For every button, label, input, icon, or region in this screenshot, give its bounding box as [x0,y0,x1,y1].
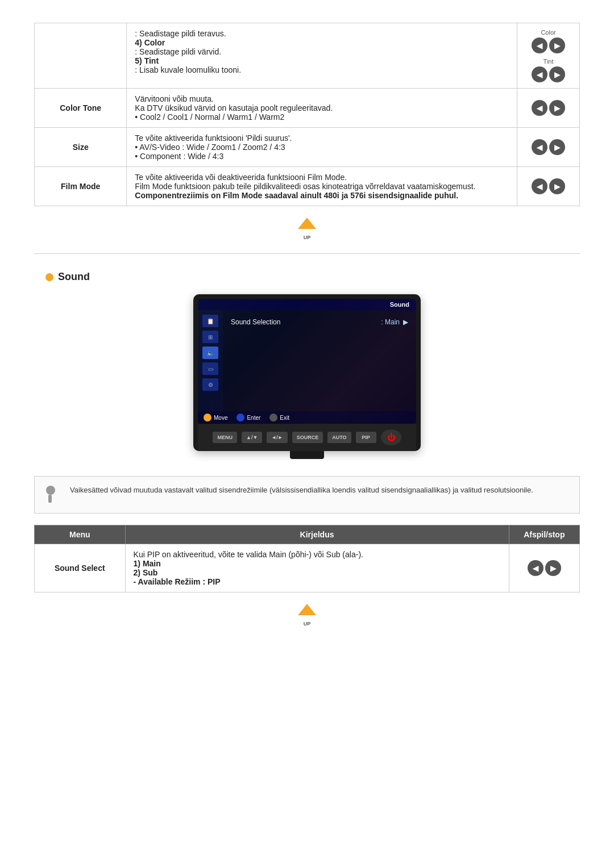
nav-arrows-tint: ◀ ▶ [525,66,571,82]
tv-sidebar-icon-sound: 🔈 [202,347,218,359]
icon-size: ◀ ▶ [517,128,580,167]
move-label: Move [214,415,227,421]
move-icon [204,414,211,422]
tv-sidebar-icon-4: ▭ [202,362,218,375]
color-label: Color [525,29,571,36]
note-box: Vaikesätted võivad muutuda vastavalt val… [34,476,580,514]
arrow-left-sound-select[interactable]: ◀ [528,560,544,576]
nav-arrows-color-tone: ◀ ▶ [525,100,571,116]
row-label-empty [35,23,127,89]
exit-icon [269,414,277,422]
nav-arrows-color: ◀ ▶ [525,37,571,53]
note-icon [43,485,63,505]
tint-label: Tint [525,58,571,65]
desc-film-1: Te võite aktiveerida või deaktiveerida f… [135,173,347,182]
tv-sidebar-icon-2: ⊞ [202,331,218,343]
label-size: Size [35,128,127,167]
sound-section-heading: Sound [45,271,580,283]
tv-control-bar: MENU ▲/▼ ◄/► SOURCE AUTO PIP ⏻ [198,424,416,451]
desc-size-2: • AV/S-Video : Wide / Zoom1 / Zoom2 / 4:… [135,143,285,152]
ctrl-updown[interactable]: ▲/▼ [242,432,262,443]
up-arrow-2 [34,604,580,628]
icon-film-mode: ◀ ▶ [517,167,580,206]
arrow-right-tint[interactable]: ▶ [549,66,565,82]
top-table: : Seadistage pildi teravus. 4) Color : S… [34,23,580,206]
tv-bottom-btn-exit: Exit [269,414,289,422]
enter-icon [237,414,244,422]
desc-bold-tint: 5) Tint [135,56,159,65]
tv-stand [290,451,324,459]
tv-outer-body: Sound 📋 ⊞ 🔈 ▭ ⚙ Sound Selection [193,294,421,451]
up-arrow-1 [34,218,580,242]
tv-menu-overlay: Sound 📋 ⊞ 🔈 ▭ ⚙ Sound Selection [198,299,416,424]
icon-color-tone: ◀ ▶ [517,89,580,128]
desc-line-3: • Cool2 / Cool1 / Normal / Warm1 / Warm2 [135,112,284,122]
ctrl-leftright[interactable]: ◄/► [267,432,287,443]
arrow-left-tint[interactable]: ◀ [532,66,547,82]
arrow-right-film-mode[interactable]: ▶ [549,178,565,194]
desc-bold-color: 4) Color [135,38,165,47]
row-icon-color-tint: Color ◀ ▶ Tint ◀ ▶ [517,23,580,89]
nav-arrows-size: ◀ ▶ [525,139,571,155]
arrow-right-color-tone[interactable]: ▶ [549,100,565,116]
arrow-left-size[interactable]: ◀ [532,139,547,155]
divider-1 [34,253,580,254]
ctrl-source[interactable]: SOURCE [292,432,323,443]
tv-bottom-btn-enter: Enter [237,414,260,422]
desc-sound-sub: 2) Sub [134,568,158,577]
sound-dot-icon [45,273,53,281]
tv-sidebar: 📋 ⊞ 🔈 ▭ ⚙ [198,310,223,411]
header-kirjeldus: Kirjeldus [125,525,509,544]
desc-sound-select: Kui PIP on aktiveeritud, võite te valida… [125,544,509,592]
tv-screen: Sound 📋 ⊞ 🔈 ▭ ⚙ Sound Selection [198,299,416,424]
arrow-right-size[interactable]: ▶ [549,139,565,155]
tv-menu-title: Sound [390,301,409,308]
desc-film-2: Film Mode funktsioon pakub teile pildikv… [135,182,475,191]
table-row-color-tone: Color Tone Värvitooni võib muuta. Ka DTV… [35,89,580,128]
enter-label: Enter [247,415,260,421]
ctrl-auto[interactable]: AUTO [327,432,351,443]
desc-text-2: : Seadistage pildi värvid. [135,47,221,56]
desc-film-mode: Te võite aktiveerida või deaktiveerida f… [127,167,517,206]
arrow-right-sound-select[interactable]: ▶ [545,560,561,576]
table-row-sound-select: Sound Select Kui PIP on aktiveeritud, võ… [35,544,580,592]
ctrl-menu[interactable]: MENU [213,432,237,443]
tv-mockup: Sound 📋 ⊞ 🔈 ▭ ⚙ Sound Selection [34,294,580,459]
tv-sidebar-icon-1: 📋 [202,315,218,327]
svg-rect-1 [48,495,52,503]
desc-film-bold: Componentreziimis on Film Mode saadaval … [135,191,458,200]
desc-color-tone: Värvitooni võib muuta. Ka DTV üksikud vä… [127,89,517,128]
arrow-left-color[interactable]: ◀ [532,37,547,53]
tv-content: Sound Selection : Main ▶ [223,310,416,411]
note-svg-icon [43,485,63,505]
sound-title: Sound [58,271,90,283]
tv-bottom-bar: Move Enter Exit [198,411,416,424]
up-arrow-icon-1 [293,218,321,240]
desc-sound-1: Kui PIP on aktiveeritud, võite te valida… [134,550,363,559]
table-row-size: Size Te võite aktiveerida funktsiooni 'P… [35,128,580,167]
arrow-right-color[interactable]: ▶ [549,37,565,53]
row-desc-color-tint: : Seadistage pildi teravus. 4) Color : S… [127,23,517,89]
note-text: Vaikesätted võivad muutuda vastavalt val… [70,485,533,496]
arrow-left-color-tone[interactable]: ◀ [532,100,547,116]
tv-item-label: Sound Selection [231,318,381,326]
desc-line-1: Värvitooni võib muuta. [135,94,214,103]
desc-sound-main: 1) Main [134,559,161,568]
table-row-film-mode: Film Mode Te võite aktiveerida või deakt… [35,167,580,206]
svg-point-0 [46,486,55,495]
tv-bottom-btn-move: Move [204,414,227,422]
tv-sidebar-icon-5: ⚙ [202,378,218,391]
tv-menu-body: 📋 ⊞ 🔈 ▭ ⚙ Sound Selection : Main ▶ [198,310,416,411]
icon-sound-select: ◀ ▶ [509,544,579,592]
ctrl-pip[interactable]: PIP [356,432,376,443]
desc-text: : Seadistage pildi teravus. [135,29,226,38]
desc-line-2: Ka DTV üksikud värvid on kasutaja poolt … [135,103,333,112]
desc-sound-pip: - Available Režiim : PIP [134,577,221,586]
ctrl-power[interactable]: ⏻ [381,429,401,445]
arrow-left-film-mode[interactable]: ◀ [532,178,547,194]
label-color-tone: Color Tone [35,89,127,128]
header-afspil: Afspil/stop [509,525,579,544]
label-film-mode: Film Mode [35,167,127,206]
up-arrow-icon-2 [293,604,321,627]
desc-size-3: • Component : Wide / 4:3 [135,152,223,161]
